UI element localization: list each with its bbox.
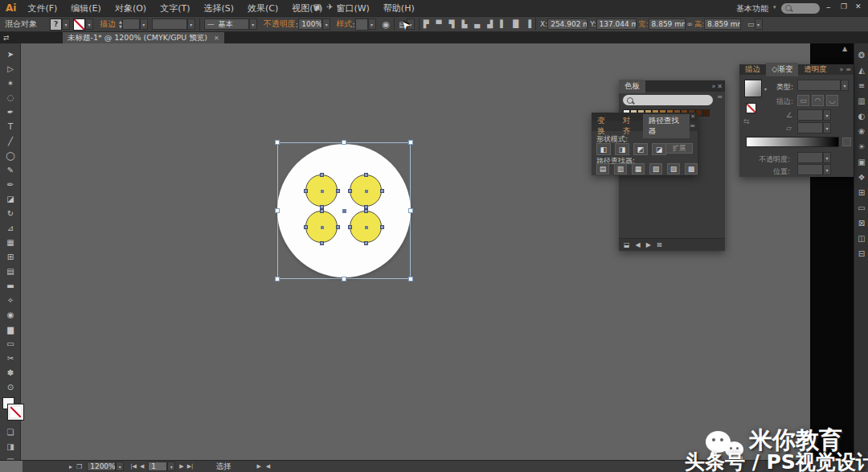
search-input[interactable] [781, 3, 820, 14]
opacity-dropdown-icon[interactable]: ▾ [322, 18, 330, 30]
recolor-artwork-icon[interactable]: ◉ [383, 19, 391, 30]
aspect-ratio-dropdown-icon[interactable]: ▾ [823, 122, 831, 133]
artboard-number-field[interactable]: 1 [148, 462, 167, 471]
dock-icon[interactable]: ≡ [854, 78, 868, 93]
shape-mode-button[interactable]: ◨ [615, 143, 629, 155]
tool-button[interactable]: ⊙ [1, 380, 20, 394]
gradient-opacity-field[interactable] [797, 152, 823, 163]
tool-button[interactable]: ▷ [1, 61, 20, 76]
menu-item[interactable]: 窗口(W) [336, 2, 369, 14]
dock-icon[interactable]: ▣ [854, 154, 868, 170]
dock-icon[interactable]: ⊟ [854, 246, 868, 261]
close-button[interactable]: ✕ [855, 2, 862, 10]
expand-button[interactable]: 扩展 [665, 143, 693, 154]
panel-close-icon[interactable]: ✕ [690, 113, 695, 120]
zoom-level-field[interactable]: 1200% [87, 462, 116, 471]
selection-handle[interactable] [275, 277, 280, 281]
mode-icon[interactable]: ❏ [1, 425, 20, 439]
tool-button[interactable]: ◉ [1, 307, 20, 322]
tool-button[interactable]: ◪ [1, 191, 20, 206]
gradient-stroke-button[interactable]: ▭ [797, 95, 809, 106]
tool-button[interactable]: ✧ [1, 293, 20, 307]
scroll-left-icon[interactable]: ◀ [266, 463, 270, 470]
restore-button[interactable]: ❐ [841, 2, 847, 10]
tool-button[interactable]: ▭ [1, 336, 20, 351]
y-field[interactable]: 137.044 mm [596, 18, 637, 30]
brush-dropdown-icon[interactable]: ▾ [249, 18, 257, 30]
align-icon[interactable]: ▀ [436, 20, 442, 28]
dock-icon[interactable]: ⊠ [854, 215, 868, 231]
selection-handle[interactable] [342, 277, 346, 281]
fill-dropdown-icon[interactable]: ▾ [62, 18, 70, 30]
tool-button[interactable]: ✏ [1, 177, 20, 191]
panel-menu-icon[interactable]: ≡ [717, 93, 723, 101]
tool-button[interactable]: ▆ [1, 322, 20, 336]
selection-handle[interactable] [275, 208, 280, 213]
dock-expand-icon[interactable]: ▲ [842, 45, 847, 52]
selection-handle[interactable] [275, 140, 280, 145]
variable-width-dropdown-icon[interactable]: ▾ [187, 18, 195, 30]
tool-button[interactable]: ✎ [1, 162, 20, 177]
tool-button[interactable]: ◯ [1, 148, 20, 162]
location-field[interactable] [797, 164, 823, 175]
shape-mode-button[interactable]: ◧ [596, 143, 611, 155]
pathfinder-button[interactable]: ▩ [685, 163, 698, 174]
tool-button[interactable]: T [1, 119, 20, 133]
angle-dropdown-icon[interactable]: ▾ [823, 109, 831, 121]
menu-item[interactable]: 文件(F) [27, 2, 57, 14]
minimize-button[interactable]: – [826, 2, 831, 12]
tab-close-icon[interactable]: ✕ [214, 35, 219, 42]
gradient-slider[interactable] [746, 137, 839, 147]
tool-button[interactable]: ▬ [1, 278, 20, 293]
tool-button[interactable]: ╱ [1, 133, 20, 148]
first-artboard-icon[interactable]: |◀ [130, 463, 137, 470]
scroll-right-icon[interactable]: ▶ [256, 463, 260, 470]
chevron-down-icon[interactable]: ▾ [773, 4, 776, 10]
gradient-stroke-button[interactable]: ◡ [826, 95, 838, 106]
artboard-dropdown-icon[interactable]: ▾ [167, 462, 175, 471]
reverse-gradient-icon[interactable]: ⇆ [743, 117, 750, 125]
tool-button[interactable]: ✒ [1, 105, 20, 119]
link-dimensions-icon[interactable]: ∞ [687, 20, 694, 28]
pathfinder-button[interactable]: ▨ [667, 163, 680, 174]
dock-icon[interactable]: ☀ [854, 139, 868, 154]
pathfinder-button[interactable]: ▤ [596, 163, 609, 174]
tool-button[interactable]: ✂ [1, 351, 20, 365]
tool-button[interactable]: ⊿ [1, 220, 20, 235]
gradient-type-field[interactable] [797, 80, 841, 91]
tab-overflow-icon[interactable]: ⇄ [3, 34, 10, 42]
swatches-footer-icon[interactable]: ◀ [636, 241, 641, 248]
mode-icon[interactable]: ◨ [1, 439, 20, 454]
pathfinder-button[interactable]: ▥ [614, 163, 627, 174]
location-dropdown-icon[interactable]: ▾ [823, 164, 831, 175]
menu-item[interactable]: 对象(O) [115, 2, 146, 14]
shape-mode-button[interactable]: ◩ [633, 143, 648, 155]
panel-menu-icon[interactable]: ≡ [843, 66, 854, 73]
dock-icon[interactable]: ◭ [854, 63, 868, 78]
opacity-label[interactable]: 不透明度 [264, 18, 296, 30]
fill-swatch[interactable]: ? [50, 18, 62, 31]
gradient-annotator-button[interactable] [842, 137, 851, 146]
gradient-stroke-button[interactable]: ◠ [812, 95, 824, 106]
shape-properties-dropdown-icon[interactable]: ▾ [755, 18, 763, 30]
dock-icon[interactable]: ❖ [854, 170, 868, 185]
tool-button[interactable]: ➤ [1, 47, 20, 61]
dock-icon[interactable]: ⊞ [854, 185, 868, 200]
next-artboard-icon[interactable]: ▶ [179, 463, 183, 470]
panel-close-icon[interactable]: ✕ [717, 83, 725, 90]
swatch-search-input[interactable] [623, 95, 713, 105]
selection-handle[interactable] [408, 277, 413, 281]
stroke-swatch[interactable] [73, 18, 85, 31]
height-label[interactable]: 高: [694, 19, 704, 30]
swatches-footer-icon[interactable]: ⬓ [624, 241, 630, 248]
panel-collapse-icon[interactable]: » [711, 83, 717, 90]
tool-button[interactable]: ⊞ [1, 249, 20, 264]
menu-item[interactable]: 帮助(H) [383, 2, 415, 14]
angle-field[interactable] [797, 109, 823, 121]
dock-icon[interactable]: ▭ [854, 200, 868, 215]
panel-menu-icon[interactable]: ≡ [690, 122, 698, 129]
menu-item[interactable]: 文字(T) [160, 2, 190, 14]
stroke-proxy[interactable] [8, 404, 23, 420]
dock-icon[interactable]: ▥ [854, 93, 868, 109]
opacity-field[interactable]: 100% [298, 18, 322, 30]
